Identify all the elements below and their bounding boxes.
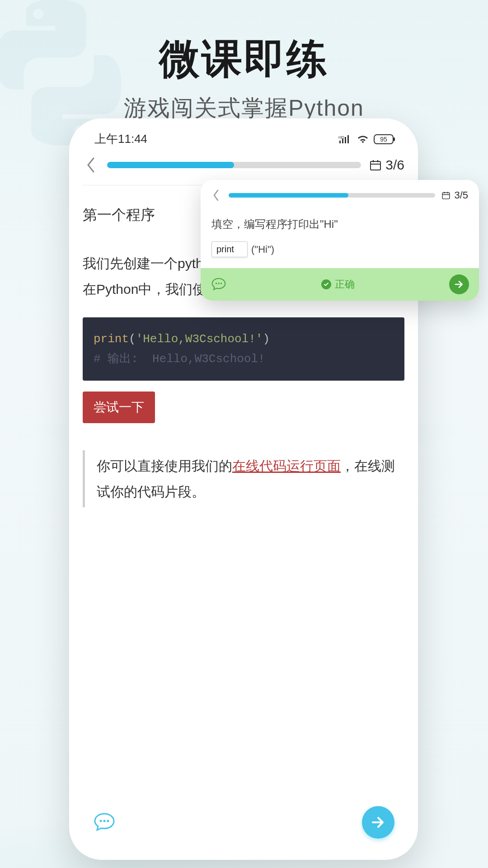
page-text: 3/6 [385,157,404,173]
hero: 微课即练 游戏闯关式掌握Python [0,32,488,123]
calendar-icon [441,191,450,200]
page-counter: 3/6 [369,157,404,173]
popup-next-button[interactable] [449,274,469,294]
signal-icon: HD [338,134,352,144]
svg-rect-2 [342,139,343,143]
progress-bar [107,162,361,168]
correct-badge: 正确 [321,278,355,291]
svg-point-14 [107,820,109,822]
popup-page-text: 3/5 [454,189,468,201]
calendar-icon [369,159,382,171]
bottom-bar [83,801,404,844]
popup-chat-icon[interactable] [211,276,227,292]
popup-back-button[interactable] [210,189,222,202]
svg-point-21 [221,283,222,284]
check-icon [321,279,331,289]
status-bar: 上午11:44 HD 95 [69,118,418,151]
svg-point-20 [218,283,219,284]
svg-rect-1 [339,141,341,143]
svg-rect-8 [371,161,380,170]
svg-rect-6 [394,137,395,141]
hero-title: 微课即练 [0,32,488,87]
next-button[interactable] [362,806,394,839]
battery-icon: 95 [374,134,395,145]
chat-icon[interactable] [93,811,116,834]
svg-rect-4 [347,135,349,143]
code-block: print('Hello,W3Cschool!') # 输出: Hello,W3… [83,317,404,381]
fill-blank-row: print ("Hi") [211,241,468,257]
popup-progress-fill [229,193,348,198]
quote-tip: 你可以直接使用我们的在线代码运行页面，在线测试你的代码片段。 [83,450,404,507]
fill-blank-input[interactable]: print [211,241,248,257]
svg-text:HD: HD [338,135,344,140]
fill-suffix: ("Hi") [251,244,274,255]
correct-label: 正确 [335,278,355,291]
svg-point-13 [103,820,106,822]
popup-nav: 3/5 [201,180,479,208]
popup-footer: 正确 [201,268,479,301]
back-button[interactable] [83,157,99,173]
online-editor-link[interactable]: 在线代码运行页面 [232,458,341,473]
quiz-prompt: 填空，编写程序打印出"Hi" [211,217,468,231]
svg-rect-3 [345,137,346,143]
status-time: 上午11:44 [94,131,147,147]
popup-progress-bar [229,193,435,198]
try-button[interactable]: 尝试一下 [83,392,155,423]
svg-text:95: 95 [380,136,387,143]
progress-fill [107,162,234,168]
svg-rect-15 [443,193,450,199]
popup-page-counter: 3/5 [441,189,468,201]
svg-point-12 [100,820,102,822]
wifi-icon [357,134,369,144]
svg-point-19 [216,283,217,284]
quiz-popup: 3/5 填空，编写程序打印出"Hi" print ("Hi") 正确 [201,180,479,301]
